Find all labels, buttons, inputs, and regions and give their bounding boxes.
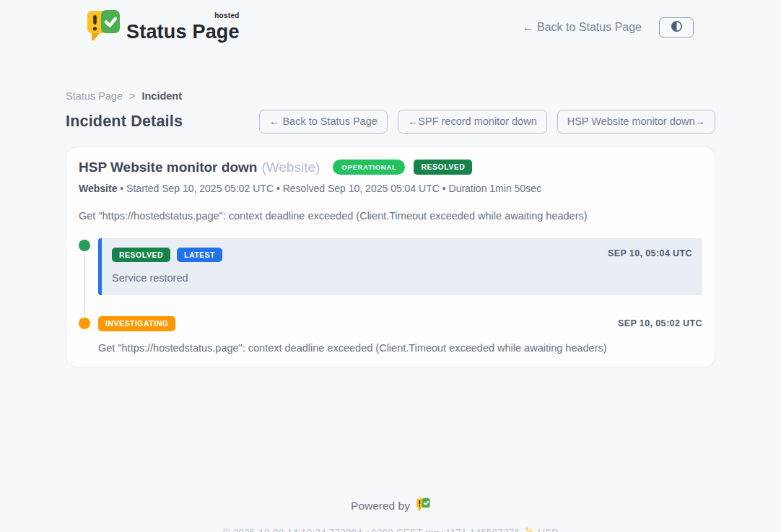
timeline-entry-badges: RESOLVED LATEST — [112, 248, 692, 263]
timeline-entry-resolved-content: RESOLVED LATEST SEP 10, 05:04 UTC Servic… — [98, 238, 702, 296]
timeline-entry-investigating: INVESTIGATING SEP 10, 05:02 UTC Get "htt… — [79, 316, 702, 354]
prev-incident-button[interactable]: ←SPF record monitor down — [398, 110, 547, 134]
powered-by-link[interactable]: Powered by — [351, 498, 430, 514]
back-to-status-page-button[interactable]: ← Back to Status Page — [259, 110, 388, 134]
incident-card-header: HSP Website monitor down (Website) OPERA… — [79, 160, 702, 175]
timeline-entry-timestamp: SEP 10, 05:02 UTC — [618, 318, 702, 328]
incident-description: Get "https://hostedstatus.page": context… — [79, 210, 702, 222]
incident-meta-service: Website — [79, 183, 117, 194]
resolved-state-badge: RESOLVED — [414, 160, 472, 175]
timeline-entry-investigating-content: INVESTIGATING SEP 10, 05:02 UTC Get "htt… — [98, 316, 702, 354]
operational-status-badge: OPERATIONAL — [333, 160, 405, 175]
breadcrumb-separator: > — [129, 90, 135, 102]
page-footer: Powered by © 2025-10-08 14:10:34.772084 … — [66, 498, 715, 532]
status-page-logo-icon — [87, 10, 121, 44]
copyright-main: © 2025-10-08 14:10:34.772084 +0200 CEST … — [223, 527, 520, 532]
investigating-badge: INVESTIGATING — [98, 316, 175, 331]
incident-timeline: RESOLVED LATEST SEP 10, 05:04 UTC Servic… — [79, 238, 702, 354]
incident-title: HSP Website monitor down — [79, 160, 257, 175]
contrast-half-circle-icon — [671, 20, 683, 35]
timeline-entry-message: Get "https://hostedstatus.page": context… — [98, 342, 702, 354]
header-back-link[interactable]: ← Back to Status Page — [523, 21, 642, 34]
powered-by-label: Powered by — [351, 500, 410, 513]
status-page-mini-logo-icon — [416, 498, 430, 514]
page-title: Incident Details — [66, 113, 183, 131]
copyright-suffix: HSP — [538, 527, 558, 532]
copyright-text: © 2025-10-08 14:10:34.772084 +0200 CEST … — [66, 526, 715, 532]
timeline-entry-message: Service restored — [112, 272, 692, 284]
breadcrumb-incident: Incident — [141, 90, 182, 102]
incident-nav-buttons: ← Back to Status Page ←SPF record monito… — [259, 110, 715, 134]
incident-meta: Website • Started Sep 10, 2025 05:02 UTC… — [79, 183, 702, 194]
resolved-badge: RESOLVED — [112, 248, 170, 263]
incident-meta-details: • Started Sep 10, 2025 05:02 UTC • Resol… — [117, 183, 541, 194]
breadcrumb: Status Page > Incident — [66, 90, 715, 102]
theme-toggle-button[interactable] — [659, 17, 694, 38]
timeline-entry-resolved: RESOLVED LATEST SEP 10, 05:04 UTC Servic… — [79, 238, 702, 296]
header-right: ← Back to Status Page — [523, 17, 694, 38]
brand-logo[interactable]: hosted Status Page — [87, 10, 240, 44]
title-row: Incident Details ← Back to Status Page ←… — [66, 110, 715, 134]
brand-name: hosted Status Page — [126, 12, 240, 42]
latest-badge: LATEST — [177, 248, 222, 263]
incident-card: HSP Website monitor down (Website) OPERA… — [66, 147, 715, 367]
timeline-dot-resolved — [79, 240, 90, 251]
brand-superscript: hosted — [214, 12, 240, 19]
incident-service-subtitle: (Website) — [261, 160, 320, 175]
top-header: hosted Status Page ← Back to Status Page — [66, 0, 715, 44]
sparkles-icon: ✨ — [523, 527, 535, 532]
timeline-entry-timestamp: SEP 10, 05:04 UTC — [608, 248, 692, 258]
timeline-entry-badges: INVESTIGATING — [98, 316, 702, 331]
next-incident-button[interactable]: HSP Website monitor down→ — [557, 110, 715, 134]
timeline-dot-investigating — [79, 318, 90, 329]
breadcrumb-status-page[interactable]: Status Page — [66, 90, 123, 102]
